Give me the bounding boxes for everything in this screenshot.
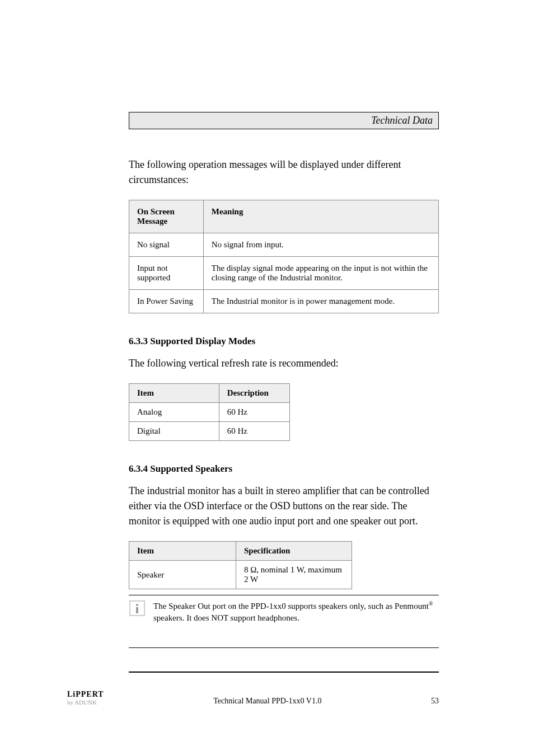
item-cell: Digital (129, 422, 219, 441)
table-header-row: On Screen Message Meaning (129, 200, 439, 233)
spec-cell: 8 Ω, nominal 1 W, maximum 2 W (236, 561, 352, 589)
svg-point-1 (136, 604, 138, 606)
item-cell: Speaker (129, 561, 236, 589)
meaning-cell: The Industrial monitor is in power manag… (203, 290, 438, 313)
page-footer: LiPPERT by ADUNK Technical Manual PPD-1x… (0, 690, 534, 706)
note-block: The Speaker Out port on the PPD-1xx0 sup… (129, 595, 439, 673)
header-title: Technical Data (371, 115, 433, 126)
divider (129, 647, 439, 648)
footer-left: LiPPERT by ADUNK (67, 690, 104, 706)
svg-rect-2 (136, 607, 138, 613)
intro-text-1: The following operation messages will be… (129, 157, 439, 187)
messages-table: On Screen Message Meaning No signal No s… (129, 200, 439, 313)
table-header-row: Item Specification (129, 542, 352, 561)
note-sup: ® (429, 600, 433, 607)
table-header-row: Item Description (129, 384, 290, 403)
footer-sub: by ADUNK (67, 699, 104, 706)
intro-text-3: The industrial monitor has a built in st… (129, 483, 439, 529)
table-row: Analog 60 Hz (129, 403, 290, 422)
note-prefix: The Speaker Out port on the PPD-1xx0 sup… (153, 602, 429, 611)
section-heading-speakers: 6.3.4 Supported Speakers (129, 463, 439, 475)
divider (129, 672, 439, 673)
col-header-item: Item (129, 384, 219, 403)
item-cell: Analog (129, 403, 219, 422)
msg-cell: Input not supported (129, 257, 204, 290)
table-row: Input not supported The display signal m… (129, 257, 439, 290)
table-row: No signal No signal from input. (129, 233, 439, 257)
col-header-spec: Specification (236, 542, 352, 561)
note-suffix: speakers. It does NOT support headphones… (153, 613, 299, 622)
table-row: Digital 60 Hz (129, 422, 290, 441)
page-header: Technical Data (129, 112, 439, 129)
speaker-table: Item Specification Speaker 8 Ω, nominal … (129, 541, 352, 589)
footer-doc: Technical Manual PPD-1xx0 V1.0 (213, 697, 321, 706)
footer-logo: LiPPERT (67, 690, 104, 699)
note-text: The Speaker Out port on the PPD-1xx0 sup… (153, 600, 439, 624)
desc-cell: 60 Hz (219, 403, 289, 422)
table-row: In Power Saving The Industrial monitor i… (129, 290, 439, 313)
col-header-meaning: Meaning (203, 200, 438, 233)
msg-cell: In Power Saving (129, 290, 204, 313)
meaning-cell: The display signal mode appearing on the… (203, 257, 438, 290)
desc-cell: 60 Hz (219, 422, 289, 441)
refresh-rate-table: Item Description Analog 60 Hz Digital 60… (129, 383, 290, 441)
col-header-item: Item (129, 542, 236, 561)
table-row: Speaker 8 Ω, nominal 1 W, maximum 2 W (129, 561, 352, 589)
footer-page: 53 (431, 697, 439, 706)
section-heading-display-modes: 6.3.3 Supported Display Modes (129, 336, 439, 347)
note-icon (129, 600, 153, 619)
col-header-desc: Description (219, 384, 289, 403)
intro-text-2: The following vertical refresh rate is r… (129, 356, 439, 371)
meaning-cell: No signal from input. (203, 233, 438, 257)
msg-cell: No signal (129, 233, 204, 257)
col-header-message: On Screen Message (129, 200, 204, 233)
